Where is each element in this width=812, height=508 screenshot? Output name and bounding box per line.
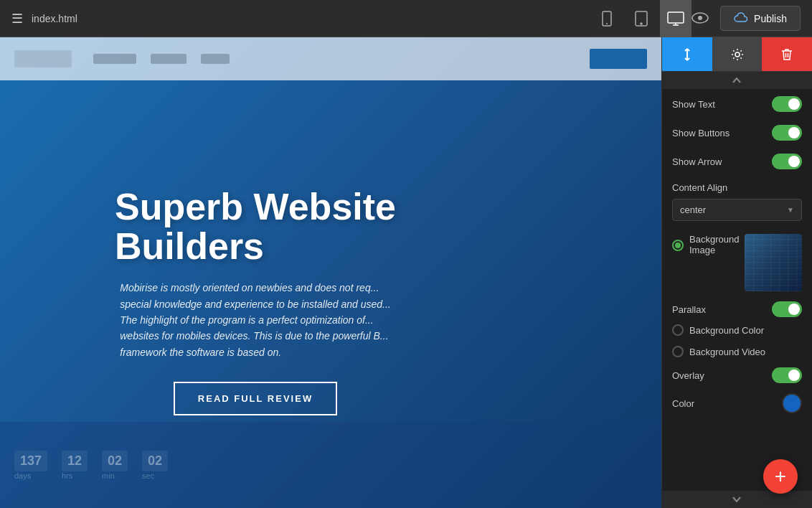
panel-scroll-down[interactable] (661, 491, 812, 508)
topbar-right: Publish (691, 6, 801, 31)
menu-icon[interactable]: ☰ (11, 11, 23, 27)
delete-section-btn[interactable] (762, 37, 812, 71)
background-image-radio[interactable] (672, 240, 684, 251)
hero-title: Superb WebsiteBuilders (115, 187, 396, 265)
content-align-section: Content Align center ▼ (672, 182, 802, 221)
show-buttons-label: Show Buttons (672, 128, 730, 138)
canvas: Superb WebsiteBuilders Mobirise is mostl… (0, 37, 661, 508)
svg-rect-4 (668, 12, 684, 23)
countdown-sec-label: sec (142, 471, 168, 480)
parallax-label: Parallax (672, 304, 706, 315)
mobile-device-btn[interactable] (591, 0, 623, 37)
color-swatch[interactable] (782, 393, 802, 413)
countdown-days-label: days (14, 471, 47, 480)
background-video-label: Background Video (689, 347, 765, 357)
hero-cta-button[interactable]: READ FULL REVIEW (174, 382, 337, 415)
parallax-toggle[interactable] (772, 301, 802, 317)
nav-item (201, 54, 230, 64)
panel-actions (662, 37, 812, 72)
hero-body: Mobirise is mostly oriented on newbies a… (113, 280, 397, 360)
canvas-nav (0, 37, 661, 80)
svg-point-3 (641, 23, 642, 24)
content-align-label: Content Align (672, 182, 802, 193)
countdown-hours-label: hrs (62, 471, 88, 480)
countdown-hours: 12 (62, 451, 88, 471)
background-video-row[interactable]: Background Video (672, 346, 802, 357)
move-section-btn[interactable] (662, 37, 712, 71)
add-block-fab[interactable]: + (763, 459, 798, 494)
show-buttons-row: Show Buttons (672, 125, 802, 141)
filename-label: index.html (32, 13, 591, 24)
nav-item (151, 54, 187, 64)
countdown-sec: 02 (142, 451, 168, 471)
nav-logo (14, 50, 72, 67)
plus-icon: + (775, 465, 786, 488)
show-arrow-label: Show Arrow (672, 156, 722, 167)
countdown-days: 137 (14, 451, 47, 471)
background-image-label: Background Image (689, 234, 739, 255)
svg-point-6 (698, 16, 702, 20)
countdown-section: 137 days 12 hrs 02 min 02 sec (14, 451, 168, 480)
panel-scroll-up[interactable] (661, 72, 812, 89)
background-color-label: Background Color (689, 325, 764, 336)
svg-point-1 (606, 23, 608, 24)
main-area: Superb WebsiteBuilders Mobirise is mostl… (0, 37, 812, 508)
device-switcher (591, 0, 691, 37)
content-align-select[interactable]: center ▼ (672, 199, 802, 221)
topbar: ☰ index.html Publish (0, 0, 812, 37)
panel-settings: Show Text Show Buttons Show Arrow Conten… (662, 72, 812, 508)
tablet-device-btn[interactable] (625, 0, 657, 37)
select-arrow-icon: ▼ (787, 206, 794, 214)
background-image-preview[interactable] (745, 234, 802, 291)
show-text-label: Show Text (672, 99, 715, 110)
publish-label: Publish (754, 13, 787, 24)
background-video-radio[interactable] (672, 346, 684, 357)
countdown-min-label: min (102, 471, 128, 480)
show-arrow-row: Show Arrow (672, 154, 802, 169)
right-panel: Show Text Show Buttons Show Arrow Conten… (661, 37, 812, 508)
publish-button[interactable]: Publish (720, 6, 801, 31)
content-align-value: center (680, 204, 706, 215)
canvas-countdown: 137 days 12 hrs 02 min 02 sec (0, 422, 661, 508)
overlay-toggle[interactable] (772, 367, 802, 383)
bg-image-option: Background Image (672, 234, 739, 255)
show-buttons-toggle[interactable] (772, 125, 802, 141)
show-text-row: Show Text (672, 96, 802, 112)
nav-item (93, 54, 136, 64)
nav-download-btn (590, 49, 647, 69)
svg-point-7 (735, 52, 740, 57)
show-text-toggle[interactable] (772, 96, 802, 112)
overlay-label: Overlay (672, 370, 704, 381)
parallax-row: Parallax (672, 301, 802, 317)
preview-icon[interactable] (691, 9, 709, 28)
background-color-radio[interactable] (672, 324, 684, 336)
color-row: Color (672, 393, 802, 413)
bg-image-thumbnail (745, 234, 802, 291)
countdown-min: 02 (102, 451, 128, 471)
show-arrow-toggle[interactable] (772, 154, 802, 169)
background-color-row[interactable]: Background Color (672, 324, 802, 336)
background-image-row: Background Image (672, 234, 802, 291)
cloud-icon (734, 11, 748, 26)
desktop-device-btn[interactable] (660, 0, 691, 37)
color-label: Color (672, 398, 694, 409)
settings-btn[interactable] (712, 37, 763, 71)
overlay-row: Overlay (672, 367, 802, 383)
